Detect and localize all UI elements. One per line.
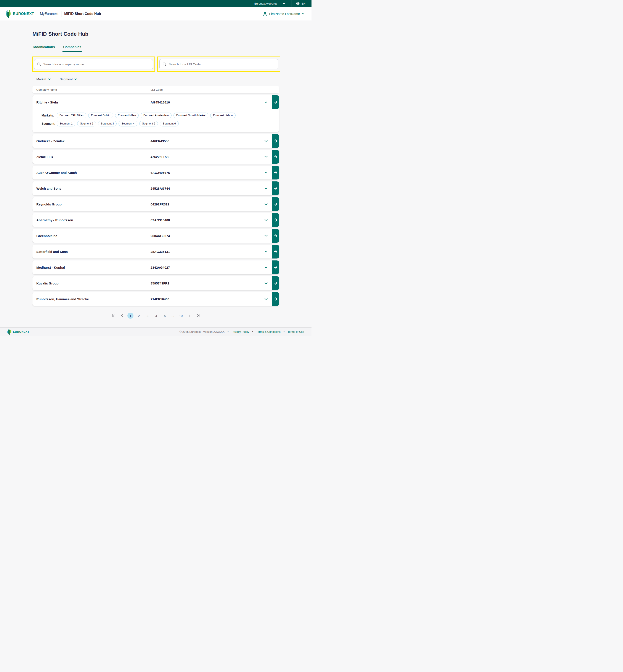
market-segment-chip: Segment 5	[139, 121, 158, 127]
page-5-button[interactable]: 5	[161, 312, 168, 319]
segment-filter-label: Segment	[60, 77, 73, 81]
arrow-right-icon	[274, 101, 277, 104]
open-company-button[interactable]	[272, 229, 279, 243]
segment-label: Segment:	[41, 122, 57, 125]
collapse-row-button[interactable]	[261, 95, 271, 109]
tab-companies[interactable]: Companies	[62, 45, 82, 52]
open-company-button[interactable]	[272, 197, 279, 211]
company-name-cell: Abernathy - Runolfsson	[36, 218, 151, 222]
chevron-right-icon	[188, 314, 190, 317]
page-4-button[interactable]: 4	[153, 312, 159, 319]
open-company-button[interactable]	[272, 134, 279, 148]
open-company-button[interactable]	[272, 276, 279, 290]
expand-row-button[interactable]	[261, 229, 271, 243]
company-search-input[interactable]	[43, 62, 150, 66]
market-filter-dropdown[interactable]: Market	[36, 77, 51, 81]
expand-row-button[interactable]	[261, 134, 271, 148]
expand-row-button[interactable]	[261, 260, 271, 274]
company-name-cell: Reynolds Group	[36, 202, 151, 206]
open-company-button[interactable]	[272, 292, 279, 306]
market-filter-label: Market	[36, 77, 46, 81]
market-segment-chip: Euronext Amsterdam	[141, 113, 172, 118]
tab-modifications[interactable]: Modifications	[32, 45, 56, 52]
open-company-button[interactable]	[272, 213, 279, 227]
tab-bar: Modifications Companies	[32, 45, 279, 52]
table-row: Greenholt Inc 2504AG9074	[32, 229, 279, 243]
expand-row-button[interactable]	[261, 166, 271, 179]
previous-page-button[interactable]	[119, 312, 125, 319]
terms-of-use-link[interactable]: Terms of Use	[288, 330, 304, 333]
privacy-policy-link[interactable]: Privacy Policy	[232, 330, 249, 333]
next-page-button[interactable]	[186, 312, 193, 319]
market-segment-chip: Segment 6	[160, 121, 178, 127]
arrow-right-icon	[274, 155, 277, 159]
table-row: Abernathy - Runolfsson 07AG316408	[32, 213, 279, 227]
company-search-highlight	[32, 56, 155, 72]
euronext-logo[interactable]: EURONEXT	[6, 10, 34, 18]
open-company-button[interactable]	[272, 95, 279, 109]
markets-chip-list: Euronext TAH MilanEuronext DublinEuronex…	[57, 113, 236, 118]
page-1-button[interactable]: 1	[127, 313, 134, 319]
open-company-button[interactable]	[272, 166, 279, 179]
search-icon	[162, 62, 166, 66]
segment-filter-dropdown[interactable]: Segment	[60, 77, 77, 81]
chevron-down-icon	[75, 78, 77, 80]
open-company-button[interactable]	[272, 245, 279, 258]
company-name-cell: Welch and Sons	[36, 187, 151, 190]
open-company-button[interactable]	[272, 150, 279, 164]
company-name-cell: Kuvalis Group	[36, 281, 151, 285]
user-menu[interactable]: FirstName LastName	[263, 12, 304, 16]
page-10-button[interactable]: 10	[178, 312, 184, 319]
expand-row-button[interactable]	[261, 197, 271, 211]
euronext-websites-label: Euronext websites	[255, 2, 277, 5]
expand-row-button[interactable]	[261, 213, 271, 227]
footer-separator: •	[284, 330, 285, 333]
page-2-button[interactable]: 2	[136, 312, 142, 319]
pagination: 12345...10	[32, 312, 279, 319]
markets-label: Markets:	[41, 114, 57, 117]
page-3-button[interactable]: 3	[144, 312, 151, 319]
user-name: FirstName LastName	[269, 12, 300, 16]
globe-icon	[296, 2, 300, 5]
chevron-down-icon	[265, 251, 268, 253]
footer-separator: •	[252, 330, 253, 333]
lei-code-cell: 446FR43556	[151, 139, 261, 143]
arrow-right-icon	[274, 297, 277, 301]
company-name-cell: Ritchie - Stehr	[36, 101, 151, 104]
lei-code-cell: 24528AG744	[151, 187, 261, 190]
table-row: Zieme LLC 475225FR22	[32, 150, 279, 164]
page-number-list: 12345...10	[127, 312, 184, 319]
market-segment-chip: Euronext Growth Market	[174, 113, 208, 118]
first-page-button[interactable]	[110, 312, 117, 319]
breadcrumb-app-name: MiFID Short Code Hub	[64, 12, 101, 16]
expand-row-button[interactable]	[261, 245, 271, 258]
terms-conditions-link[interactable]: Terms & Conditions	[256, 330, 280, 333]
expand-row-button[interactable]	[261, 292, 271, 306]
open-company-button[interactable]	[272, 181, 279, 195]
company-name-cell: Runolfsson, Hammes and Stracke	[36, 297, 151, 301]
expand-row-button[interactable]	[261, 181, 271, 195]
segment-chip-list: Segment 1Segment 2Segment 3Segment 4Segm…	[57, 121, 179, 127]
euronext-websites-menu[interactable]: Euronext websites	[248, 0, 292, 7]
arrow-right-icon	[274, 171, 277, 174]
open-company-button[interactable]	[272, 260, 279, 274]
chevron-up-icon	[265, 101, 268, 103]
lei-search-input[interactable]	[169, 62, 275, 66]
column-lei-code: LEI Code	[151, 88, 279, 91]
language-code: EN	[301, 2, 305, 5]
footer-separator: •	[228, 330, 229, 333]
language-selector[interactable]: EN	[292, 0, 312, 7]
breadcrumb-myeuronext[interactable]: MyEuronext	[40, 12, 58, 16]
arrow-right-icon	[274, 202, 277, 206]
arrow-right-icon	[274, 265, 277, 269]
company-name-cell: Satterfield and Sons	[36, 250, 151, 253]
table-row: Reynolds Group 04292FR329	[32, 197, 279, 211]
table-row: Ondricka - Zemlak 446FR43556	[32, 134, 279, 148]
expand-row-button[interactable]	[261, 276, 271, 290]
last-page-button[interactable]	[195, 312, 201, 319]
lei-code-cell: AG45416610	[151, 101, 261, 104]
market-segment-chip: Euronext Lisbon	[210, 113, 235, 118]
chevron-down-icon	[265, 140, 268, 142]
expand-row-button[interactable]	[261, 150, 271, 164]
company-name-cell: Greenholt Inc	[36, 234, 151, 238]
